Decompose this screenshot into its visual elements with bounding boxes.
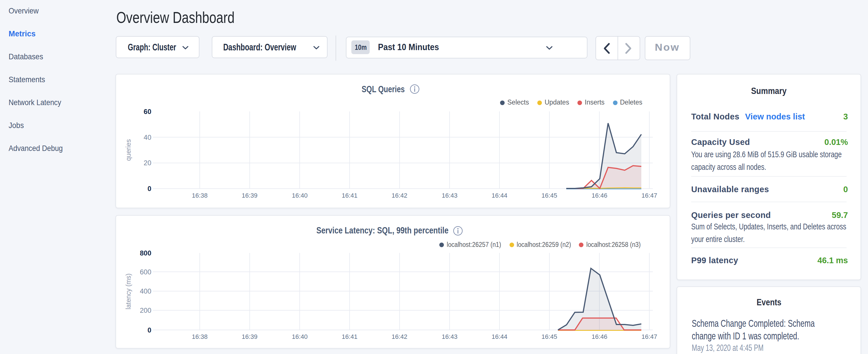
- svg-text:0: 0: [148, 326, 151, 334]
- svg-text:16:38: 16:38: [192, 333, 208, 340]
- svg-text:400: 400: [140, 287, 151, 295]
- svg-text:40: 40: [144, 133, 151, 141]
- svg-text:queries: queries: [125, 139, 132, 161]
- svg-text:16:41: 16:41: [342, 192, 358, 199]
- svg-text:16:46: 16:46: [591, 333, 607, 340]
- svg-text:20: 20: [144, 159, 151, 167]
- svg-text:16:46: 16:46: [591, 192, 607, 199]
- svg-text:16:47: 16:47: [641, 333, 657, 340]
- svg-text:16:42: 16:42: [392, 333, 407, 340]
- svg-text:16:47: 16:47: [641, 192, 657, 199]
- svg-text:800: 800: [140, 249, 151, 257]
- svg-text:16:42: 16:42: [392, 192, 407, 199]
- svg-text:16:44: 16:44: [492, 192, 507, 199]
- svg-text:200: 200: [140, 307, 151, 314]
- svg-text:16:45: 16:45: [541, 192, 557, 199]
- svg-text:16:43: 16:43: [442, 333, 457, 340]
- svg-text:16:45: 16:45: [541, 333, 557, 340]
- svg-text:16:43: 16:43: [442, 192, 457, 199]
- svg-text:latency (ms): latency (ms): [125, 273, 132, 309]
- svg-text:16:41: 16:41: [342, 333, 358, 340]
- svg-text:16:40: 16:40: [292, 192, 308, 199]
- svg-text:16:44: 16:44: [492, 333, 507, 340]
- svg-text:16:38: 16:38: [192, 192, 208, 199]
- svg-text:16:40: 16:40: [292, 333, 308, 340]
- svg-text:16:39: 16:39: [242, 192, 257, 199]
- svg-text:60: 60: [144, 108, 151, 116]
- svg-text:0: 0: [148, 185, 151, 192]
- svg-text:16:39: 16:39: [242, 333, 257, 340]
- svg-text:600: 600: [140, 268, 151, 276]
